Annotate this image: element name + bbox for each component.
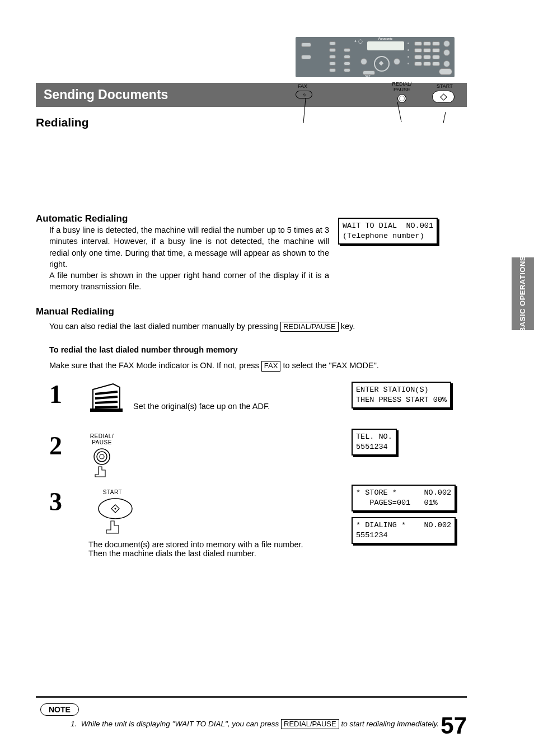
panel-button-round: [394, 58, 400, 65]
panel-button: [344, 48, 350, 52]
svg-point-13: [115, 508, 116, 509]
svg-line-0: [303, 98, 306, 123]
adf-icon: [88, 382, 124, 413]
manual-redial-sub: To redial the last dialed number through…: [49, 344, 467, 355]
svg-line-2: [443, 112, 446, 123]
svg-line-5: [95, 402, 118, 403]
lcd-wait-to-dial: WAIT TO DIAL NO.001 (Telephone number): [338, 218, 438, 245]
svg-point-10: [100, 454, 104, 459]
panel-button-round: [443, 40, 450, 47]
manual-redial-heading: Manual Redialing: [36, 306, 467, 317]
side-tab-label: BASIC OPERATIONS: [519, 255, 527, 332]
lcd-tel-no: TEL. NO. 5551234: [352, 429, 397, 456]
step-3-text: The document(s) are stored into memory w…: [88, 540, 312, 558]
fax-pre: Make sure that the FAX Mode indicator is…: [49, 361, 261, 370]
panel-button-round: [443, 60, 450, 67]
note-redial-key: REDIAL/PAUSE: [281, 719, 339, 729]
redial-pause-key: REDIAL/PAUSE: [280, 322, 339, 332]
control-panel-figure: Panasonic SET: [296, 37, 469, 152]
step-2: 2 REDIAL/ PAUSE: [49, 433, 467, 479]
redial-press-icon: [88, 447, 467, 479]
note-label: NOTE: [40, 703, 79, 716]
svg-line-1: [397, 102, 401, 122]
step-1-text: Set the original(s) face up on the ADF.: [133, 402, 270, 413]
panel-button: [301, 43, 311, 47]
step2-btn-label: REDIAL/ PAUSE: [88, 433, 115, 445]
panel-button: [344, 68, 350, 72]
fax-key: FAX: [261, 361, 281, 371]
note-post: to start redialing immediately.: [341, 720, 439, 728]
note-text: 1. While the unit is displaying "WAIT TO…: [71, 719, 467, 730]
step3-btn-label: START: [88, 489, 137, 495]
lcd-dialing: * DIALING * NO.002 5551234: [352, 517, 456, 544]
manual-intro-post: key.: [341, 322, 355, 331]
fax-post: to select the "FAX MODE".: [283, 361, 378, 370]
callout-redial-label: REDIAL/ PAUSE: [391, 82, 413, 93]
callout-fax-label: FAX: [298, 84, 307, 90]
callout-start-button: [432, 91, 455, 103]
steps: 1 Set the original(s) face up on the: [49, 382, 467, 584]
control-panel-body: Panasonic SET: [296, 37, 455, 77]
diamond-icon: [440, 93, 447, 101]
panel-button: [301, 55, 311, 59]
step-number: 2: [49, 433, 88, 459]
panel-button: [329, 62, 336, 65]
panel-small-label: SET: [365, 74, 371, 78]
svg-point-8: [94, 449, 110, 464]
svg-line-6: [95, 407, 118, 407]
svg-rect-7: [90, 408, 123, 412]
auto-redial-para2: A file number is shown in the upper righ…: [49, 270, 329, 293]
svg-point-9: [97, 452, 107, 462]
panel-brand: Panasonic: [378, 37, 392, 40]
callout-fax-button: ⎋: [296, 91, 312, 98]
panel-button: [329, 68, 336, 72]
panel-display: [367, 41, 404, 50]
manual-redial-intro: You can also redial the last dialed numb…: [49, 321, 467, 332]
callout-start-label: START: [437, 84, 453, 90]
panel-button: [329, 48, 336, 52]
note-pre: While the unit is displaying "WAIT TO DI…: [81, 720, 281, 728]
lcd-enter-station: ENTER STATION(S) THEN PRESS START 00%: [352, 382, 451, 408]
step-number: 3: [49, 489, 88, 515]
lcd-store: * STORE * NO.002 PAGES=001 01%: [352, 485, 456, 511]
auto-redial-para: If a busy line is detected, the machine …: [49, 224, 329, 270]
panel-button: [344, 62, 350, 65]
manual-intro-pre: You can also redial the last dialed numb…: [49, 322, 280, 331]
panel-button: [329, 55, 336, 59]
panel-glyph: ◯: [358, 39, 363, 44]
panel-start: [439, 68, 452, 75]
callout-redial-button: [397, 94, 406, 103]
step-number: 1: [49, 382, 88, 407]
panel-button-round: [360, 58, 367, 65]
panel-button: [344, 55, 350, 59]
panel-glyph: ✦: [354, 39, 357, 44]
panel-button-round: [443, 49, 450, 56]
note-separator: [36, 696, 467, 698]
panel-button: [329, 41, 336, 45]
note-num: 1.: [71, 720, 77, 728]
page-number: 57: [441, 712, 467, 739]
side-tab: BASIC OPERATIONS: [512, 257, 534, 330]
manual-fax-line: Make sure that the FAX Mode indicator is…: [49, 360, 467, 371]
